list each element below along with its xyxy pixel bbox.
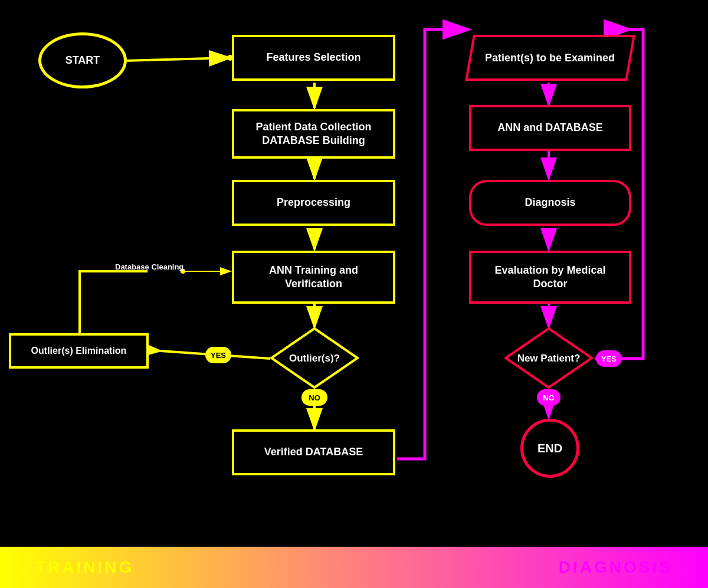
outliers-yes-badge: YES xyxy=(205,347,231,363)
patients-examined-box: Patient(s) to be Examined xyxy=(465,35,635,81)
patient-data-box: Patient Data Collection DATABASE Buildin… xyxy=(232,109,395,159)
outliers-label: Outlier(s)? xyxy=(289,353,340,364)
ann-database-box: ANN and DATABASE xyxy=(469,105,631,151)
features-selection-label: Features Selection xyxy=(266,51,360,64)
start-label: START xyxy=(65,54,100,67)
ann-database-label: ANN and DATABASE xyxy=(497,121,602,134)
outliers-elimination-label: Outlier(s) Elimination xyxy=(31,346,127,356)
patients-examined-label: Patient(s) to be Examined xyxy=(485,52,615,64)
verified-database-box: Verified DATABASE xyxy=(232,429,395,475)
new-patient-diamond: New Patient? xyxy=(504,327,593,389)
training-label: TRAINING xyxy=(35,558,134,577)
start-node: START xyxy=(38,32,127,88)
outliers-no-badge: NO xyxy=(301,389,327,406)
end-node: END xyxy=(520,419,579,478)
preprocessing-label: Preprocessing xyxy=(277,196,350,209)
new-patient-label: New Patient? xyxy=(517,353,581,364)
diagnosis-label: DIAGNOSIS xyxy=(559,558,673,577)
outliers-elimination-box: Outlier(s) Elimination xyxy=(9,333,149,369)
evaluation-box: Evaluation by Medical Doctor xyxy=(469,251,631,304)
patient-data-label: Patient Data Collection DATABASE Buildin… xyxy=(255,120,371,148)
svg-line-5 xyxy=(124,58,230,61)
end-label: END xyxy=(537,442,562,455)
new-patient-yes-badge: YES xyxy=(596,350,622,367)
preprocessing-box: Preprocessing xyxy=(232,180,395,226)
diagnosis-box: Diagnosis xyxy=(469,180,631,226)
new-patient-no-badge: NO xyxy=(537,389,560,406)
ann-training-label: ANN Training and Verification xyxy=(269,264,358,291)
outliers-diamond: Outlier(s)? xyxy=(270,327,359,389)
db-cleaning-label: Database Cleaning xyxy=(115,262,183,271)
diagnosis-label: Diagnosis xyxy=(525,196,575,209)
evaluation-label: Evaluation by Medical Doctor xyxy=(494,264,605,291)
flowchart: START Features Selection Patient Data Co… xyxy=(0,0,708,588)
bottom-bar: TRAINING DIAGNOSIS xyxy=(0,547,708,588)
ann-training-box: ANN Training and Verification xyxy=(232,251,395,304)
features-selection-box: Features Selection xyxy=(232,35,395,81)
verified-db-label: Verified DATABASE xyxy=(264,445,363,459)
